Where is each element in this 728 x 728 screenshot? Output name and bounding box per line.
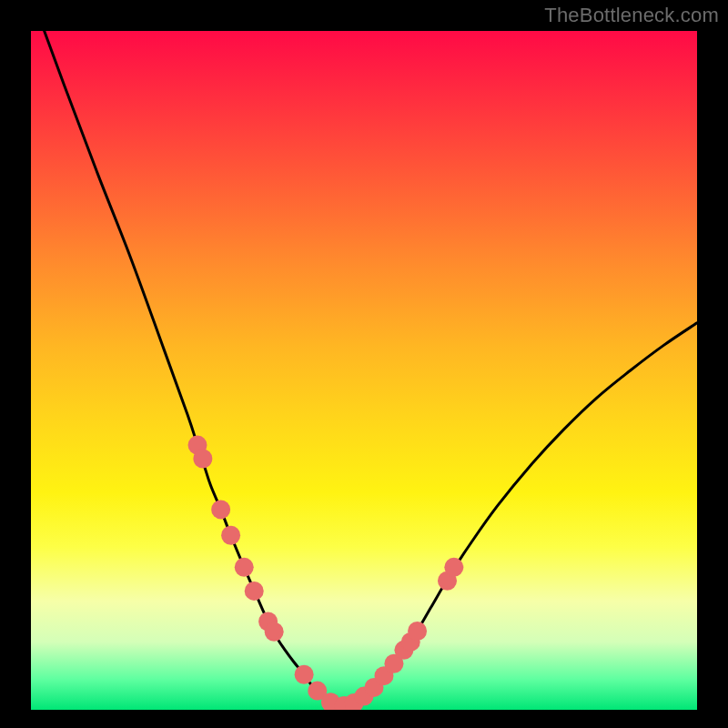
highlight-dot	[193, 449, 212, 468]
chart-svg	[31, 31, 697, 710]
chart-frame: TheBottleneck.com	[0, 0, 728, 728]
dot-layer	[188, 436, 464, 710]
highlight-dot	[245, 581, 264, 601]
highlight-dot	[295, 665, 314, 684]
highlight-dot	[221, 526, 240, 545]
watermark-text: TheBottleneck.com	[544, 4, 719, 27]
highlight-dot	[444, 558, 463, 577]
highlight-dot	[408, 622, 427, 641]
plot-area	[31, 31, 697, 710]
highlight-dot	[265, 622, 284, 642]
series-left-curve	[45, 31, 341, 707]
curve-layer	[45, 31, 697, 707]
highlight-dot	[211, 500, 230, 519]
highlight-dot	[235, 558, 254, 577]
series-right-curve	[340, 323, 697, 707]
